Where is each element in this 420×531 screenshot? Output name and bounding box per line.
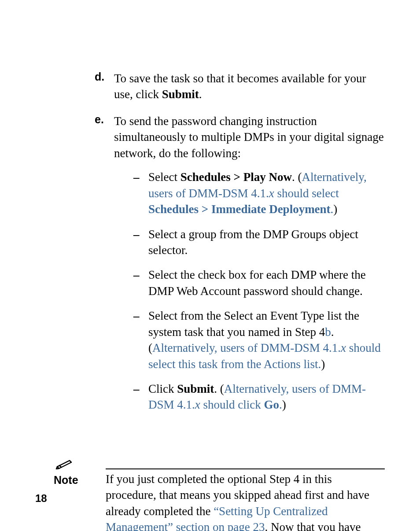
sub-item-4: – Select from the Select an Event Type l…: [133, 308, 385, 372]
dash: –: [133, 226, 148, 258]
note-rule: [106, 468, 385, 469]
italic-x: x: [341, 341, 346, 354]
dash: –: [133, 381, 148, 413]
alternative-text: Alternatively, users of DMM-DSM 4.1.x sh…: [148, 341, 381, 370]
note-block: Note If you just completed the optional …: [53, 438, 385, 531]
page-content: d. To save the task so that it becomes a…: [0, 0, 420, 531]
bold-go: Go: [264, 398, 280, 411]
sub-body-1: Select Schedules > Play Now. (Alternativ…: [148, 169, 385, 217]
text: Click: [148, 382, 177, 395]
text: Alternatively, users of DMM-DSM 4.1.: [152, 341, 341, 354]
sub-body-5: Click Submit. (Alternatively, users of D…: [148, 381, 385, 413]
text: Select: [148, 170, 181, 184]
page-number: 18: [35, 492, 47, 505]
sub-body-3: Select the check box for each DMP where …: [148, 267, 385, 299]
text: .: [199, 88, 202, 101]
note-body: If you just completed the optional Step …: [106, 471, 385, 531]
note-label: Note: [54, 474, 106, 487]
italic-x: x: [269, 187, 274, 200]
sub-item-3: – Select the check box for each DMP wher…: [133, 267, 385, 299]
note-icon: [55, 457, 74, 471]
sub-body-2: Select a group from the DMP Groups objec…: [148, 226, 385, 258]
bold-immediate: Schedules > Immediate Deployment: [148, 203, 331, 216]
note-right: If you just completed the optional Step …: [106, 438, 385, 531]
text: should click: [200, 398, 264, 411]
bold-submit: Submit: [177, 382, 214, 395]
list-label-d: d.: [95, 70, 114, 103]
text: .: [279, 398, 282, 411]
sub-list: – Select Schedules > Play Now. (Alternat…: [114, 169, 385, 413]
text: . (: [292, 170, 302, 184]
dash: –: [133, 267, 148, 299]
sub-item-2: – Select a group from the DMP Groups obj…: [133, 226, 385, 258]
text: ): [333, 203, 337, 216]
dash: –: [133, 308, 148, 372]
sub-item-1: – Select Schedules > Play Now. (Alternat…: [133, 169, 385, 217]
list-item-e: e. To send the password changing instruc…: [95, 113, 385, 422]
note-left: Note: [53, 438, 106, 531]
list-body-e: To send the password changing instructio…: [114, 113, 385, 422]
sub-item-5: – Click Submit. (Alternatively, users of…: [133, 381, 385, 413]
dash: –: [133, 169, 148, 217]
list-item-d: d. To save the task so that it becomes a…: [95, 70, 385, 103]
text: To save the task so that it becomes avai…: [114, 72, 366, 101]
list-label-e: e.: [95, 113, 114, 422]
text: ): [282, 398, 286, 411]
text: ): [321, 358, 325, 371]
bold-schedules: Schedules > Play Now: [181, 170, 292, 184]
sub-body-4: Select from the Select an Event Type lis…: [148, 308, 385, 372]
step-ref: b: [325, 325, 331, 339]
bold-submit: Submit: [162, 88, 199, 101]
italic-x: x: [195, 398, 200, 411]
text: . (: [214, 382, 224, 395]
list-body-d: To save the task so that it becomes avai…: [114, 70, 385, 103]
intro-text: To send the password changing instructio…: [114, 114, 384, 160]
text: should select: [274, 187, 339, 200]
